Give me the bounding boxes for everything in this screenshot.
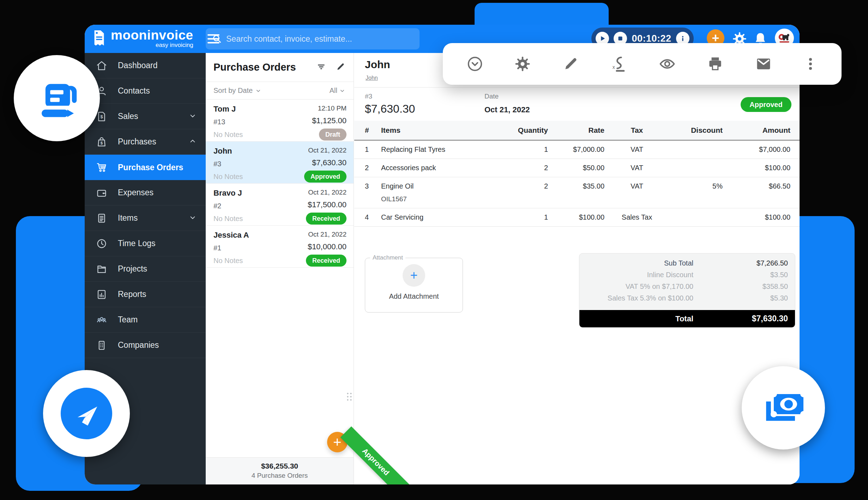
sidebar-item-time-logs[interactable]: Time Logs: [85, 231, 206, 256]
brand-tagline: easy invoicing: [111, 42, 193, 49]
inline-discount-row: Inline Discount $3.50: [579, 271, 788, 282]
sidebar-item-label: Companies: [118, 340, 197, 350]
col-header-items: Items: [377, 121, 499, 140]
building-icon: [95, 339, 108, 352]
filter-icon[interactable]: [316, 61, 327, 73]
order-list-item-selected[interactable]: John #3 No Notes Oct 21, 2022 $7,630.30 …: [206, 142, 354, 184]
svg-text:$: $: [101, 141, 103, 145]
svg-text:$: $: [100, 114, 103, 119]
brand-logo: mooninvoice easy invoicing: [91, 29, 193, 49]
purchase-orders-list-panel: Purchase Orders Sort by Date All T: [206, 53, 354, 484]
orders-count: 4 Purchase Orders: [206, 472, 354, 480]
subtotal-row: Sub Total $7,266.50: [579, 259, 788, 271]
sidebar-item-sales[interactable]: $ Sales: [85, 104, 206, 129]
attachment-legend: Attachment: [370, 254, 405, 261]
list-icon: [95, 212, 108, 225]
sort-by-dropdown[interactable]: Sort by Date: [213, 87, 262, 95]
orders-total-amount: $36,255.30: [206, 462, 354, 470]
sidebar-item-purchase-orders[interactable]: Purchase Orders: [85, 155, 206, 180]
sidebar-item-companies[interactable]: Companies: [85, 333, 206, 358]
sidebar-item-contacts[interactable]: Contacts: [85, 78, 206, 104]
email-button[interactable]: [754, 55, 773, 73]
table-row[interactable]: 1 Replacing Flat Tyres 1 $7,000.00 VAT $…: [354, 140, 800, 159]
wallet-icon: [95, 186, 108, 199]
bar-chart-icon: [95, 288, 108, 301]
list-footer-summary: $36,255.30 4 Purchase Orders: [206, 457, 354, 484]
sidebar-item-label: Purchases: [118, 137, 188, 147]
table-row[interactable]: 4 Car Servicing 1 $100.00 Sales Tax $100…: [354, 208, 800, 227]
timer-value: 00:10:22: [632, 33, 671, 44]
detail-contact-link[interactable]: John: [366, 75, 378, 81]
chevron-up-icon: [188, 137, 197, 147]
order-number: #2: [213, 202, 306, 210]
expand-chevron-button[interactable]: [466, 55, 484, 73]
sidebar-item-projects[interactable]: Projects: [85, 256, 206, 282]
detail-order-amount: $7,630.30: [365, 102, 415, 115]
preview-eye-button[interactable]: [658, 55, 676, 73]
order-contact-name: Tom J: [213, 105, 312, 114]
plus-icon[interactable]: +: [403, 264, 425, 287]
status-badge: Received: [306, 255, 346, 267]
signature-button[interactable]: x: [609, 55, 628, 73]
chevron-down-icon: [188, 111, 197, 122]
panel-resize-grip[interactable]: [346, 392, 353, 401]
sidebar-item-label: Reports: [118, 290, 197, 299]
shopping-bag-icon: $: [95, 136, 108, 148]
order-contact-name: Bravo J: [213, 189, 306, 198]
table-row[interactable]: 3 Engine OilOIL1567 2 $35.00 VAT 5% $66.…: [354, 177, 800, 208]
order-contact-name: Jessica A: [213, 231, 306, 240]
totals-card: Sub Total $7,266.50 Inline Discount $3.5…: [579, 253, 795, 328]
sidebar-item-items[interactable]: Items: [85, 206, 206, 231]
sidebar-item-expenses[interactable]: Expenses: [85, 180, 206, 206]
sales-tax-row: Sales Tax 5.3% on $100.00 $5.30: [579, 294, 788, 306]
order-number: #3: [213, 160, 304, 168]
edit-pencil-button[interactable]: [562, 55, 579, 73]
edit-pencil-icon[interactable]: [335, 61, 346, 73]
col-header-discount: Discount: [665, 121, 727, 140]
sidebar-item-label: Time Logs: [118, 239, 197, 248]
chevron-down-icon: [255, 87, 262, 94]
table-row[interactable]: 2 Accessories pack 2 $50.00 VAT $100.00: [354, 159, 800, 177]
order-list-item[interactable]: Jessica A #1 No Notes Oct 21, 2022 $10,0…: [206, 226, 354, 268]
order-number: #13: [213, 118, 312, 126]
order-list-item[interactable]: Bravo J #2 No Notes Oct 21, 2022 $17,500…: [206, 184, 354, 226]
order-number: #1: [213, 244, 306, 252]
status-badge: Received: [306, 213, 346, 225]
add-attachment-button[interactable]: + Add Attachment: [365, 261, 463, 300]
settings-gear-button[interactable]: [514, 55, 531, 73]
sidebar-item-label: Projects: [118, 264, 197, 274]
order-list-item[interactable]: Tom J #13 No Notes 12:10 PM $1,125.00 Dr…: [206, 100, 354, 142]
date-value: Oct 21, 2022: [484, 105, 530, 114]
detail-contact-name: John: [365, 59, 390, 71]
sidebar-item-dashboard[interactable]: Dashboard: [85, 53, 206, 78]
col-header-amount: Amount: [727, 121, 800, 140]
clock-icon: [95, 237, 108, 250]
item-name: Engine Oil: [381, 182, 495, 190]
cart-icon: [95, 161, 108, 174]
sidebar-item-label: Contacts: [118, 86, 197, 96]
global-search: [206, 28, 420, 49]
print-button[interactable]: [706, 55, 724, 73]
sidebar-item-label: Team: [118, 315, 197, 325]
sidebar-item-team[interactable]: Team: [85, 307, 206, 333]
sidebar-item-purchases[interactable]: $ Purchases: [85, 129, 206, 155]
order-amount: $10,000.00: [308, 242, 346, 251]
sidebar-item-reports[interactable]: Reports: [85, 282, 206, 307]
screenshot-canvas: mooninvoice easy invoicing 00:10:22: [0, 0, 868, 500]
attachment-box: Attachment + Add Attachment: [365, 254, 463, 312]
order-notes: No Notes: [213, 257, 306, 265]
search-input[interactable]: [206, 28, 420, 49]
invoice-scroll-icon: [33, 75, 80, 122]
items-table: # Items Quantity Rate Tax Discount Amoun…: [354, 121, 800, 227]
status-filter-dropdown[interactable]: All: [330, 87, 346, 95]
sidebar-item-label: Expenses: [118, 188, 197, 197]
search-icon: [211, 33, 223, 46]
detail-order-number: #3: [365, 93, 372, 100]
payment-decor-circle: [742, 366, 825, 450]
folder-icon: [95, 263, 108, 275]
chevron-down-icon: [339, 87, 346, 94]
date-label: Date: [484, 93, 499, 100]
item-sku: OIL1567: [381, 195, 495, 203]
more-options-button[interactable]: [803, 55, 818, 73]
brand-name: mooninvoice: [111, 29, 193, 41]
